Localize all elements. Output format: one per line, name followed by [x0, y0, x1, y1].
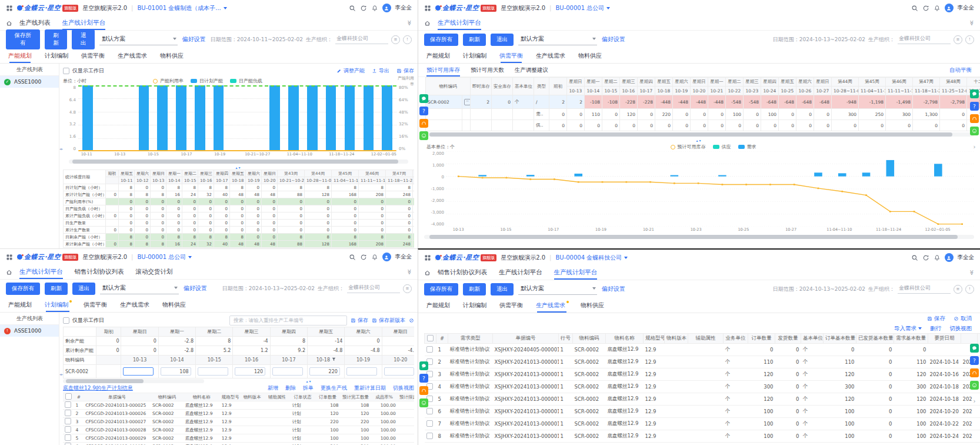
service-icon[interactable] [970, 368, 979, 377]
plan-qty-input[interactable] [309, 367, 340, 376]
username[interactable]: 李全全 [958, 254, 975, 261]
row-checkbox[interactable] [65, 401, 71, 408]
user-avatar[interactable] [945, 253, 954, 262]
splitter-handle[interactable]: ▴▾ [204, 379, 414, 384]
preferences-link[interactable]: 偏好设置 [184, 284, 207, 293]
plan-qty-input[interactable] [235, 367, 265, 376]
notification-bell-icon[interactable] [934, 254, 941, 261]
module-tab[interactable]: 产能规划 [8, 48, 32, 63]
search-input[interactable] [229, 316, 347, 326]
row-checkbox[interactable] [65, 410, 71, 416]
layout-circle-icon[interactable]: ≡ [403, 284, 412, 293]
refresh-button[interactable]: 刷新 [463, 34, 486, 46]
preferences-link[interactable]: 偏好设置 [182, 35, 206, 44]
module-tab[interactable]: 产能规划 [8, 297, 32, 312]
auto-balance-link[interactable]: 自动平衡 [949, 67, 972, 74]
refresh-button[interactable]: 刷新 [45, 283, 68, 295]
module-tab[interactable]: 供需平衡 [84, 297, 107, 312]
doc-number-link[interactable]: XSJHXY-20241013-000001 [493, 393, 559, 406]
plan-qty-input[interactable] [123, 367, 154, 376]
module-tab[interactable]: 物料供应 [578, 48, 602, 63]
module-tab[interactable]: 计划编制 [45, 48, 68, 63]
save-button[interactable]: 保存 [351, 317, 368, 324]
module-tab[interactable]: 计划编制 [463, 48, 486, 63]
refresh-icon[interactable] [922, 254, 929, 261]
doc-number-link[interactable]: XSJHXY-20241013-000001 [493, 418, 559, 430]
username[interactable]: 李全全 [395, 253, 412, 261]
plan-qty-input[interactable] [272, 367, 303, 376]
module-tab[interactable]: 供需平衡 [81, 48, 105, 63]
module-tab[interactable]: 产能规划 [426, 298, 450, 313]
chart-hscrollbar[interactable] [424, 235, 974, 239]
chart-hscrollbar[interactable] [69, 160, 408, 164]
layout-circle-icon[interactable]: ≡ [391, 35, 400, 44]
info-circle-icon[interactable]: ! [965, 35, 974, 44]
help-icon[interactable]: ? [419, 107, 428, 115]
nav-tab[interactable]: 销售计划协议列表 [75, 265, 124, 279]
doc-number-link[interactable]: XSJHXY-20241013-000001 [493, 443, 559, 445]
home-icon[interactable] [6, 16, 12, 30]
splitter-handle[interactable]: ▴▾ [63, 165, 414, 170]
workday-only-toggle[interactable]: 仅显示工作日 [63, 317, 104, 324]
module-tab[interactable]: 生产线需求 [120, 297, 149, 312]
line-list-item[interactable]: ✓ASSE1000 [0, 76, 59, 88]
module-tab[interactable]: 物料供应 [160, 48, 184, 63]
app-launcher-icon[interactable] [6, 254, 13, 261]
org-switcher[interactable]: BU-00004 金蝶科技公司 [555, 254, 628, 262]
notification-bell-icon[interactable] [371, 254, 378, 261]
module-tab[interactable]: 生产线需求 [536, 48, 565, 63]
service-icon[interactable] [419, 119, 428, 128]
row-checkbox[interactable] [65, 443, 71, 445]
action-link[interactable]: 删除 [285, 384, 296, 392]
feedback-icon[interactable] [419, 398, 428, 407]
app-launcher-icon[interactable] [6, 5, 13, 12]
user-avatar[interactable] [945, 4, 954, 12]
row-checkbox[interactable] [65, 426, 71, 433]
cancel-icon[interactable] [409, 318, 414, 323]
delete-row-button[interactable]: 删行 [930, 325, 941, 333]
inner-tab[interactable]: 预计可用天数 [471, 64, 504, 77]
collapse-tabs-icon[interactable]: ≫ [406, 20, 412, 25]
plan-info-title-link[interactable]: 底盘螺丝12.9的生产计划信息 [63, 384, 133, 392]
rail-collapse-icon[interactable]: › [974, 144, 976, 150]
plan-qty-input[interactable] [198, 367, 228, 376]
save-all-button[interactable]: 保存所有 [6, 29, 40, 49]
notification-bell-icon[interactable] [371, 5, 378, 12]
nav-tab[interactable]: 生产线计划平台 [438, 16, 481, 30]
layout-circle-icon[interactable]: ≡ [954, 35, 962, 44]
refresh-button[interactable]: 刷新 [45, 29, 68, 49]
action-link[interactable]: 切换视图 [393, 384, 414, 392]
doc-number-link[interactable]: XSJHXY-20240405-000001 [493, 344, 559, 356]
table-hscrollbar[interactable] [424, 132, 974, 137]
action-link[interactable]: 新增 [268, 384, 278, 392]
app-launcher-icon[interactable] [424, 5, 431, 12]
nav-tab[interactable]: 销售计划协议列表 [438, 265, 487, 280]
import-demand-dropdown[interactable]: 导入需求 [894, 325, 922, 333]
module-tab[interactable]: 计划编制 [45, 297, 71, 312]
feedback-icon[interactable] [970, 381, 979, 390]
grid-hscrollbar[interactable] [63, 379, 204, 383]
scheme-select[interactable]: 默认方案 [518, 283, 597, 295]
workday-checkbox[interactable] [63, 317, 69, 324]
module-tab[interactable]: 供需平衡 [499, 48, 523, 63]
module-tab[interactable]: 供需平衡 [499, 298, 523, 313]
workday-checkbox[interactable] [63, 68, 69, 74]
workday-only-toggle[interactable]: 仅显示工作日 [63, 67, 104, 75]
org-switcher[interactable]: BU-00001 总公司 [137, 253, 192, 261]
save-all-button[interactable]: 保存所有 [6, 283, 40, 295]
module-tab[interactable]: 物料供应 [581, 298, 604, 313]
row-checkbox[interactable] [426, 346, 433, 353]
save-all-button[interactable]: 保存所有 [424, 34, 458, 46]
save-button[interactable]: 保存 [396, 67, 414, 75]
module-tab[interactable]: 计划编制 [463, 298, 486, 313]
module-tab[interactable]: 物料供应 [162, 297, 186, 312]
nav-tab[interactable]: 生产线计划平台 [19, 265, 63, 279]
doc-number-link[interactable]: XSJHXY-20241013-000001 [493, 406, 559, 418]
inner-tab[interactable]: 预计可用库存 [426, 64, 460, 77]
org-switcher[interactable]: BU-00001 总公司 [555, 4, 610, 12]
notification-bell-icon[interactable] [934, 5, 941, 12]
help-icon[interactable]: ? [419, 374, 428, 383]
search-icon[interactable] [349, 5, 356, 12]
app-launcher-icon[interactable] [424, 254, 431, 261]
refresh-icon[interactable] [360, 254, 367, 261]
